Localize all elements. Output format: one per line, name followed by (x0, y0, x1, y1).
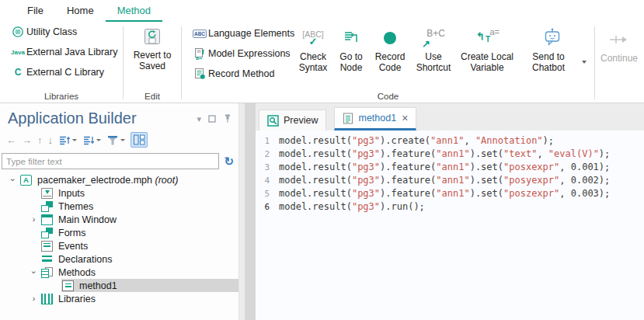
tree-expander-icon[interactable]: › (6, 173, 19, 186)
filter-button[interactable] (106, 134, 125, 146)
go-to-node-icon (342, 26, 360, 50)
tree-item-libraries[interactable]: ›Libraries (0, 292, 238, 305)
tree-expander-icon[interactable]: › (27, 213, 40, 226)
refresh-icon[interactable]: ↻ (224, 155, 234, 169)
continue-label: Continue (600, 53, 638, 64)
panel-menu-chevron-icon[interactable]: ▾ (197, 115, 201, 123)
caret-down-icon (96, 139, 101, 141)
svg-text:a=: a= (196, 55, 202, 61)
check-syntax-label: Check Syntax (294, 51, 332, 73)
tree-item-label: Declarations (58, 254, 112, 265)
decl-icon (41, 254, 53, 265)
revert-to-saved-icon (143, 25, 162, 48)
tree-item-inputs[interactable]: Inputs (0, 186, 238, 200)
move-up-icon[interactable]: ↑ (37, 134, 43, 146)
use-shortcut-button[interactable]: B+C↗ Use Shortcut (411, 23, 456, 103)
methods-icon (41, 267, 53, 278)
code-editor[interactable]: 1model.result("pg3").create("ann1", "Ann… (256, 130, 644, 320)
libraries-group-label: Libraries (0, 92, 123, 101)
record-method-button[interactable]: Record Method (182, 64, 294, 84)
code-text: model.result("pg3").run(); (279, 200, 425, 214)
record-code-icon (381, 26, 399, 50)
check-syntax-icon: [ABC]✓ (302, 26, 323, 50)
model-expressions-label: Model Expressions (208, 48, 291, 59)
application-builder-panel: Application Builder ▾ ← → ↑ ↓ (0, 103, 239, 320)
revert-to-saved-button[interactable]: Revert to Saved (124, 22, 181, 71)
tree-item-main-window[interactable]: ›Main Window (0, 213, 238, 226)
line-number: 4 (256, 174, 270, 187)
tree-expander-icon[interactable]: › (27, 266, 40, 279)
model-expressions-button[interactable]: a= Model Expressions (182, 43, 294, 64)
editor-tab-bar: Preview method1 × (256, 103, 644, 130)
go-to-node-button[interactable]: Go to Node (333, 23, 369, 103)
code-text: model.result("pg3").feature("ann1").set(… (279, 161, 610, 174)
model-expressions-icon: a= (191, 47, 208, 60)
tab-home[interactable]: Home (55, 0, 106, 22)
ribbon-group-libraries: Utility Class Java External Java Library… (0, 22, 123, 103)
revert-to-saved-label: Revert to Saved (124, 50, 181, 71)
line-number: 1 (256, 134, 270, 148)
use-shortcut-label: Use Shortcut (411, 51, 456, 73)
filter-input[interactable] (2, 153, 219, 169)
method-editor: Preview method1 × 1model.result("pg3").c… (256, 103, 644, 320)
code-text: model.result("pg3").feature("ann1").set(… (279, 174, 610, 187)
external-java-library-button[interactable]: Java External Java Library (0, 42, 123, 62)
edit-group-label: Edit (124, 92, 181, 101)
utility-class-button[interactable]: Utility Class (0, 22, 123, 42)
send-to-chatbot-button[interactable]: Send to Chatbot (518, 23, 587, 103)
tree-expander-icon[interactable]: › (27, 292, 40, 305)
code-big-buttons: [ABC]✓ Check Syntax Go to Node Record Co… (294, 22, 587, 103)
tab-preview[interactable]: Preview (259, 110, 326, 130)
show-report-toggle[interactable] (131, 132, 148, 148)
move-down-icon[interactable]: ↓ (48, 134, 54, 146)
tab-file[interactable]: File (16, 0, 55, 22)
tree-item-events[interactable]: Events (0, 239, 238, 252)
external-c-library-button[interactable]: C External C Library (0, 62, 123, 82)
method-document-icon (343, 113, 353, 124)
chevron-down-icon (582, 61, 587, 64)
java-icon: Java (9, 49, 26, 56)
record-code-button[interactable]: Record Code (371, 23, 409, 103)
tree-item-declarations[interactable]: Declarations (0, 252, 238, 266)
code-text: model.result("pg3").create("ann1", "Anno… (279, 134, 554, 148)
use-shortcut-icon: B+C↗ (422, 26, 445, 50)
tree-item-method1[interactable]: method1 (0, 279, 238, 292)
check-syntax-button[interactable]: [ABC]✓ Check Syntax (294, 23, 332, 103)
code-line-1: 1model.result("pg3").create("ann1", "Ann… (256, 134, 644, 148)
tree-item-label: Main Window (58, 214, 117, 225)
continue-button[interactable]: Continue (595, 25, 643, 64)
create-local-variable-button[interactable]: a=↰T Create Local Variable (458, 23, 517, 103)
code-line-5: 5model.result("pg3").feature("ann1").set… (256, 187, 644, 200)
go-to-node-label: Go to Node (333, 51, 369, 73)
tab-method1[interactable]: method1 × (334, 107, 416, 130)
panel-splitter[interactable] (239, 103, 256, 320)
line-number: 5 (256, 187, 270, 200)
code-line-4: 4model.result("pg3").feature("ann1").set… (256, 174, 644, 187)
themes-icon (41, 201, 53, 212)
record-method-icon (191, 68, 208, 80)
ribbon: File Home Method Utility Class Java Exte… (0, 0, 644, 103)
line-number: 6 (256, 200, 270, 214)
tab-method[interactable]: Method (106, 0, 162, 22)
ribbon-group-code: ABC Language Elements a= Model Expressio… (182, 22, 594, 103)
record-code-label: Record Code (371, 51, 409, 73)
approot-icon (20, 175, 32, 186)
create-local-variable-icon: a=↰T (475, 26, 500, 50)
window-icon (41, 214, 53, 225)
tree-item-forms[interactable]: Forms (0, 226, 238, 239)
caret-down-icon (72, 139, 77, 141)
close-icon[interactable]: × (402, 113, 408, 123)
language-elements-button[interactable]: ABC Language Elements (182, 23, 294, 43)
back-arrow-icon[interactable]: ← (6, 134, 16, 146)
collapse-list-button[interactable] (58, 134, 77, 146)
pin-icon[interactable] (223, 113, 232, 124)
record-method-label: Record Method (208, 68, 274, 79)
tree-item-methods[interactable]: ›Methods (0, 266, 238, 279)
forward-arrow-icon[interactable]: → (22, 134, 32, 146)
expand-list-button[interactable] (82, 134, 101, 146)
tree-item-pacemaker-electrode-mph[interactable]: ›pacemaker_electrode.mph (root) (0, 173, 238, 186)
float-window-icon[interactable] (208, 115, 216, 123)
tab-method1-label: method1 (358, 113, 396, 123)
inputs-icon (41, 188, 53, 199)
tree-item-themes[interactable]: Themes (0, 200, 238, 213)
